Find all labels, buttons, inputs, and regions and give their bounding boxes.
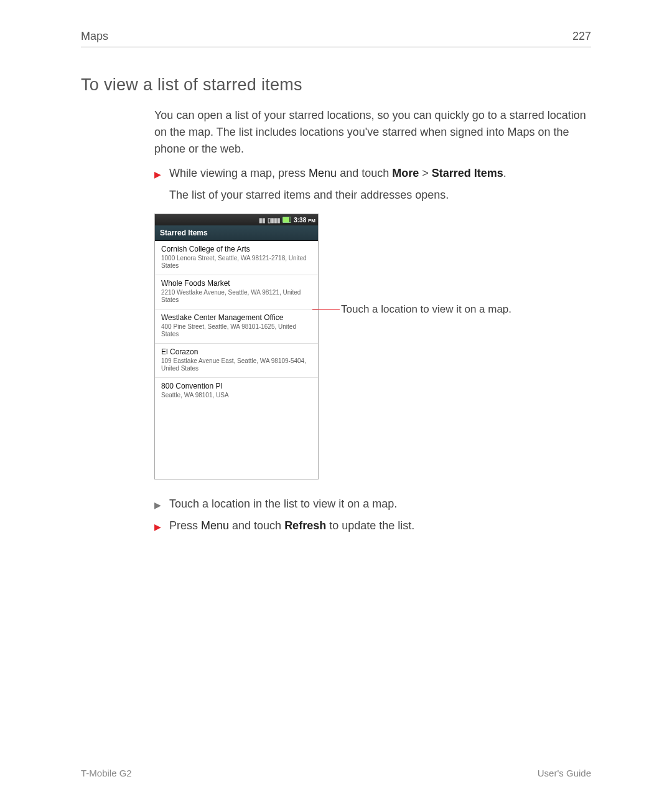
- list-empty-space: [155, 404, 318, 479]
- page-header: Maps 227: [81, 30, 591, 47]
- step-bullet-1: ▶ While viewing a map, press Menu and to…: [154, 165, 591, 182]
- starred-items-bold: Starred Items: [432, 167, 503, 179]
- list-item-name: Westlake Center Management Office: [161, 313, 312, 322]
- callout-line: [312, 309, 340, 310]
- battery-icon: [282, 217, 291, 223]
- step-1-sub: The list of your starred items and their…: [169, 187, 591, 204]
- page-footer: T-Mobile G2 User's Guide: [81, 768, 591, 778]
- footer-right: User's Guide: [538, 768, 591, 778]
- list-item-name: El Corazon: [161, 347, 312, 356]
- list-item[interactable]: Cornish College of the Arts 1000 Lenora …: [155, 241, 318, 275]
- header-left: Maps: [81, 30, 108, 43]
- menu-keyword: Menu: [309, 167, 337, 179]
- phone-screenshot: ▮▮ ▯▮▮▮ 3:38 PM Starred Items Cornish Co…: [154, 214, 319, 479]
- status-time: 3:38 PM: [294, 217, 315, 224]
- intro-paragraph: You can open a list of your starred loca…: [154, 107, 591, 158]
- list-title-bar: Starred Items: [155, 225, 318, 241]
- callout: Touch a location to view it on a map.: [319, 303, 511, 316]
- triangle-icon: ▶: [154, 168, 169, 181]
- triangle-icon: ▶: [154, 520, 169, 534]
- footer-left: T-Mobile G2: [81, 768, 132, 778]
- list-item[interactable]: 800 Convention Pl Seattle, WA 98101, USA: [155, 378, 318, 404]
- list-item-name: Whole Foods Market: [161, 279, 312, 288]
- step-1-frag: While viewing a map, press: [169, 167, 309, 179]
- list-item[interactable]: Westlake Center Management Office 400 Pi…: [155, 309, 318, 344]
- step-bullet-3: ▶ Press Menu and touch Refresh to update…: [154, 517, 591, 534]
- triangle-icon: ▶: [154, 498, 169, 512]
- list-item-addr: 1000 Lenora Street, Seattle, WA 98121-27…: [161, 255, 312, 270]
- more-bold: More: [392, 167, 419, 179]
- step-1-frag2: and touch: [337, 167, 392, 179]
- step-1-text: While viewing a map, press Menu and touc…: [169, 165, 591, 182]
- time-ampm: PM: [308, 218, 315, 224]
- list-item-addr: Seattle, WA 98101, USA: [161, 392, 312, 399]
- list-item-addr: 2210 Westlake Avenue, Seattle, WA 98121,…: [161, 289, 312, 304]
- list-item-name: 800 Convention Pl: [161, 382, 312, 390]
- header-page-number: 227: [572, 30, 591, 43]
- step-3-frag: Press: [169, 519, 201, 532]
- time-value: 3:38: [294, 217, 306, 224]
- network-icon: ▮▮: [259, 217, 265, 224]
- list-item[interactable]: El Corazon 109 Eastlake Avenue East, Sea…: [155, 344, 318, 378]
- step-bullet-2: ▶ Touch a location in the list to view i…: [154, 496, 591, 512]
- list-item-addr: 400 Pine Street, Seattle, WA 98101-1625,…: [161, 323, 312, 338]
- refresh-bold: Refresh: [284, 519, 326, 532]
- list-item[interactable]: Whole Foods Market 2210 Westlake Avenue,…: [155, 275, 318, 309]
- step-2-text: Touch a location in the list to view it …: [169, 496, 591, 512]
- status-bar: ▮▮ ▯▮▮▮ 3:38 PM: [155, 214, 318, 225]
- menu-keyword: Menu: [201, 519, 229, 532]
- step-3-text: Press Menu and touch Refresh to update t…: [169, 517, 591, 534]
- gt-sep: >: [419, 167, 432, 179]
- list-item-name: Cornish College of the Arts: [161, 245, 312, 253]
- signal-icon: ▯▮▮▮: [268, 217, 280, 224]
- list-item-addr: 109 Eastlake Avenue East, Seattle, WA 98…: [161, 357, 312, 372]
- step-1-end: .: [503, 167, 506, 179]
- starred-list: Cornish College of the Arts 1000 Lenora …: [155, 241, 318, 479]
- step-3-frag2: and touch: [229, 519, 284, 532]
- callout-text: Touch a location to view it on a map.: [341, 303, 511, 316]
- section-title: To view a list of starred items: [81, 75, 591, 95]
- step-3-end: to update the list.: [326, 519, 414, 532]
